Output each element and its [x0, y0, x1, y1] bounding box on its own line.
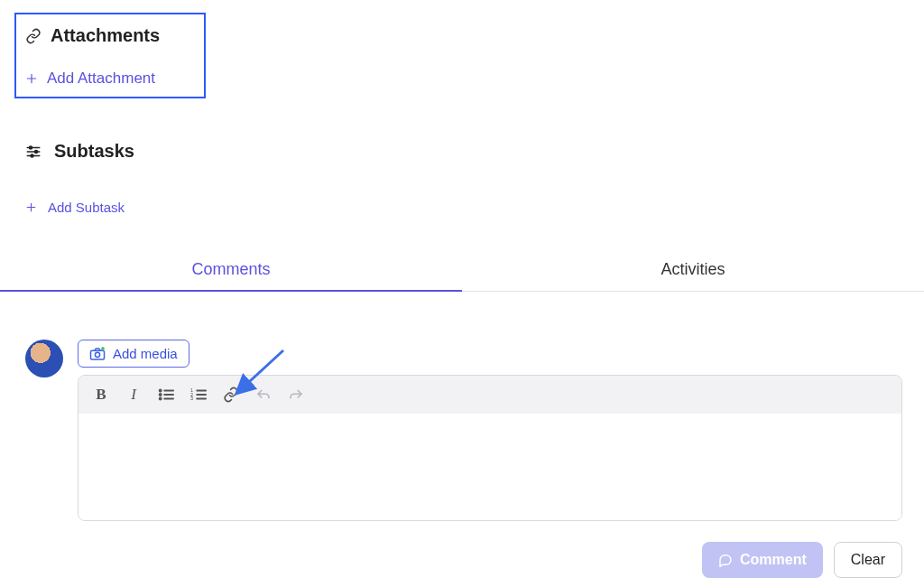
link-icon: [223, 387, 239, 403]
comment-button-label: Comment: [740, 552, 807, 568]
rich-text-editor: B I 123: [78, 375, 902, 521]
clear-button[interactable]: Clear: [834, 542, 902, 578]
tab-comments[interactable]: Comments: [0, 251, 462, 292]
add-subtask-label: Add Subtask: [48, 200, 125, 215]
camera-icon: [89, 347, 106, 361]
undo-icon: [255, 387, 272, 402]
tab-bar: Comments Activities: [0, 251, 924, 292]
add-attachment-button[interactable]: Add Attachment: [25, 70, 195, 88]
svg-point-1: [30, 146, 32, 149]
redo-icon: [288, 387, 304, 402]
add-subtask-button[interactable]: Add Subtask: [25, 200, 134, 215]
link-button[interactable]: [221, 385, 241, 405]
svg-point-3: [35, 150, 38, 153]
tab-activities-label: Activities: [661, 260, 725, 278]
add-attachment-label: Add Attachment: [47, 70, 155, 88]
add-media-button[interactable]: Add media: [78, 340, 189, 368]
subtasks-heading: Subtasks: [25, 141, 134, 162]
comment-button[interactable]: Comment: [702, 542, 823, 578]
subtasks-heading-text: Subtasks: [54, 141, 134, 162]
subtasks-section: Subtasks Add Subtask: [25, 141, 134, 215]
attachments-heading: Attachments: [25, 25, 195, 46]
svg-point-5: [31, 154, 33, 157]
editor-textarea[interactable]: [79, 414, 901, 520]
link-icon: [25, 28, 42, 44]
bullet-list-icon: [158, 387, 174, 402]
clear-button-label: Clear: [851, 552, 885, 567]
comment-composer: Add media B I 123: [25, 340, 902, 521]
italic-button[interactable]: I: [124, 385, 143, 405]
tab-activities[interactable]: Activities: [462, 251, 924, 291]
comment-icon: [718, 553, 733, 567]
svg-point-12: [160, 397, 162, 399]
svg-point-7: [95, 352, 99, 357]
bold-button[interactable]: B: [91, 385, 111, 405]
plus-icon: [25, 72, 38, 85]
svg-text:3: 3: [190, 396, 193, 401]
add-media-label: Add media: [113, 346, 178, 361]
avatar: [25, 340, 63, 377]
undo-button[interactable]: [254, 385, 273, 405]
editor-toolbar: B I 123: [79, 376, 901, 414]
attachments-heading-text: Attachments: [51, 25, 160, 46]
svg-point-10: [160, 394, 162, 396]
ordered-list-button[interactable]: 123: [189, 385, 208, 405]
svg-point-8: [160, 389, 162, 391]
plus-icon: [25, 201, 37, 213]
tab-comments-label: Comments: [191, 260, 270, 278]
composer-actions: Comment Clear: [702, 542, 902, 578]
ordered-list-icon: 123: [190, 387, 207, 402]
attachments-section: Attachments Add Attachment: [14, 13, 206, 98]
bullet-list-button[interactable]: [156, 385, 176, 405]
sliders-icon: [25, 144, 42, 160]
redo-button[interactable]: [286, 385, 306, 405]
